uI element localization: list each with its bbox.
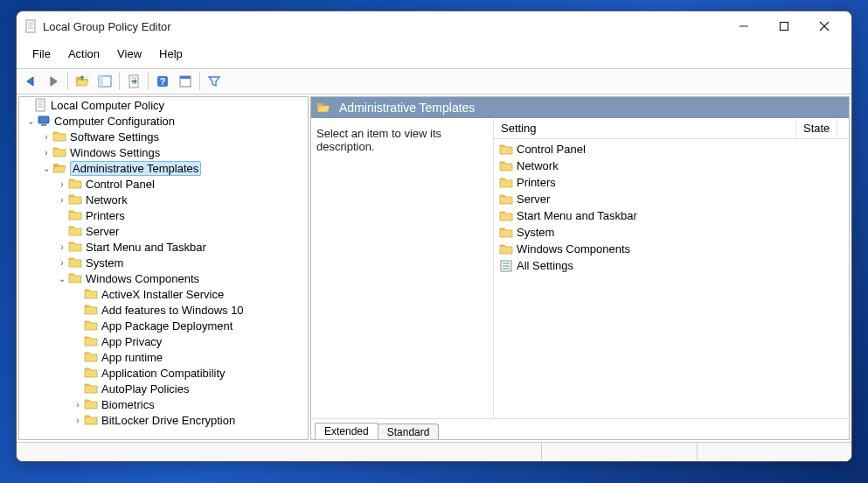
list-header: Setting State (494, 118, 849, 139)
folder-open-icon (316, 101, 330, 115)
chevron-right-icon[interactable]: › (56, 179, 68, 189)
list-item-label: All Settings (517, 259, 573, 272)
folder-icon (499, 192, 513, 206)
detail-tabs: Extended Standard (311, 418, 849, 439)
tree-wc-child[interactable]: App Privacy (19, 333, 308, 349)
statusbar (17, 442, 851, 461)
folder-icon (84, 382, 98, 396)
tree-wc-child-label: AutoPlay Policies (101, 382, 189, 396)
folder-icon (84, 287, 98, 301)
list-item[interactable]: System (494, 224, 849, 241)
computer-icon (37, 114, 51, 128)
folder-icon (68, 177, 82, 191)
folder-icon (68, 240, 82, 254)
back-button[interactable] (20, 71, 41, 92)
up-button[interactable] (72, 71, 93, 92)
tree-wc-child-label: Add features to Windows 10 (101, 304, 244, 317)
detail-header-title: Administrative Templates (339, 101, 475, 115)
folder-icon (499, 143, 513, 157)
chevron-right-icon[interactable]: › (72, 416, 84, 425)
tree-wc-child[interactable]: ActiveX Installer Service (19, 286, 308, 302)
chevron-right-icon[interactable]: › (40, 132, 52, 142)
folder-icon (499, 226, 513, 240)
menu-file[interactable]: File (24, 45, 59, 63)
svg-rect-19 (180, 76, 191, 79)
tree-wc-child[interactable]: ›BitLocker Drive Encryption (19, 412, 308, 428)
folder-icon (52, 145, 66, 159)
list-item[interactable]: Windows Components (494, 241, 849, 257)
settings-icon (499, 259, 513, 273)
list-item[interactable]: Network (494, 158, 849, 174)
toolbar: ? (17, 69, 851, 94)
detail-pane: Administrative Templates Select an item … (310, 96, 850, 440)
chevron-down-icon[interactable]: ⌄ (24, 116, 37, 126)
list-item[interactable]: All Settings (494, 257, 849, 274)
list-item-label: System (517, 226, 554, 239)
chevron-right-icon[interactable]: › (56, 242, 68, 252)
folder-icon (68, 192, 82, 206)
list-item-label: Start Menu and Taskbar (517, 209, 637, 222)
column-state[interactable]: State (796, 118, 837, 138)
description-prompt: Select an item to view its description. (316, 127, 441, 153)
settings-list[interactable]: Setting State Control PanelNetworkPrinte… (493, 118, 849, 418)
tree-wc-child[interactable]: Application Compatibility (19, 365, 308, 381)
tree-network[interactable]: › Network (19, 192, 308, 207)
window-title: Local Group Policy Editor (43, 20, 724, 33)
folder-icon (68, 208, 82, 222)
chevron-down-icon[interactable]: ⌄ (56, 274, 68, 284)
tab-extended[interactable]: Extended (315, 423, 378, 440)
help-button[interactable]: ? (152, 71, 173, 92)
tree-root[interactable]: Local Computer Policy (19, 97, 308, 113)
menu-action[interactable]: Action (59, 45, 108, 63)
list-item-label: Server (517, 192, 550, 206)
list-item[interactable]: Start Menu and Taskbar (494, 207, 849, 224)
chevron-right-icon[interactable]: › (56, 195, 68, 205)
folder-open-icon (52, 161, 66, 175)
tree-pane[interactable]: Local Computer Policy ⌄ Computer Configu… (18, 96, 309, 440)
column-setting[interactable]: Setting (494, 118, 796, 138)
folder-icon (84, 318, 98, 332)
menu-help[interactable]: Help (150, 45, 191, 63)
filter-button[interactable] (204, 71, 225, 92)
maximize-button[interactable] (764, 13, 804, 39)
tree-wc-child[interactable]: Add features to Windows 10 (19, 302, 308, 318)
tree-server[interactable]: Server (19, 223, 308, 239)
list-item[interactable]: Control Panel (494, 141, 849, 158)
tree-start-menu-taskbar[interactable]: › Start Menu and Taskbar (19, 239, 308, 255)
folder-icon (52, 130, 66, 144)
menubar: File Action View Help (17, 41, 851, 69)
close-button[interactable] (804, 13, 844, 39)
tree-admin-templates[interactable]: ⌄ Administrative Templates (19, 160, 308, 176)
menu-view[interactable]: View (108, 45, 150, 63)
folder-icon (84, 303, 98, 317)
show-hide-tree-button[interactable] (94, 71, 115, 92)
tree-system[interactable]: › System (19, 255, 308, 270)
tree-windows-settings[interactable]: › Windows Settings (19, 144, 308, 160)
tree-control-panel[interactable]: › Control Panel (19, 176, 308, 192)
tree-windows-components[interactable]: ⌄ Windows Components (19, 270, 308, 286)
folder-icon (499, 176, 513, 190)
tab-standard[interactable]: Standard (378, 424, 440, 440)
list-item[interactable]: Server (494, 191, 849, 207)
list-item[interactable]: Printers (494, 174, 849, 191)
properties-button[interactable] (175, 71, 196, 92)
chevron-down-icon[interactable]: ⌄ (40, 164, 52, 173)
folder-icon (68, 224, 82, 238)
chevron-right-icon[interactable]: › (72, 400, 84, 410)
tree-wc-child-label: App Privacy (101, 335, 162, 348)
chevron-right-icon[interactable]: › (56, 258, 68, 268)
tree-wc-child[interactable]: App runtime (19, 349, 308, 365)
tree-wc-child[interactable]: App Package Deployment (19, 318, 308, 333)
forward-button[interactable] (43, 71, 64, 92)
chevron-right-icon[interactable]: › (40, 148, 52, 158)
export-button[interactable] (123, 71, 144, 92)
tree-computer-config[interactable]: ⌄ Computer Configuration (19, 113, 308, 129)
list-item-label: Network (517, 159, 559, 172)
tree-wc-child-label: BitLocker Drive Encryption (101, 414, 235, 427)
minimize-button[interactable] (724, 13, 764, 39)
tree-wc-child[interactable]: ›Biometrics (19, 396, 308, 412)
tree-software-settings[interactable]: › Software Settings (19, 129, 308, 144)
tree-wc-child[interactable]: AutoPlay Policies (19, 381, 308, 396)
tree-printers[interactable]: Printers (19, 207, 308, 223)
list-item-label: Windows Components (517, 242, 630, 256)
